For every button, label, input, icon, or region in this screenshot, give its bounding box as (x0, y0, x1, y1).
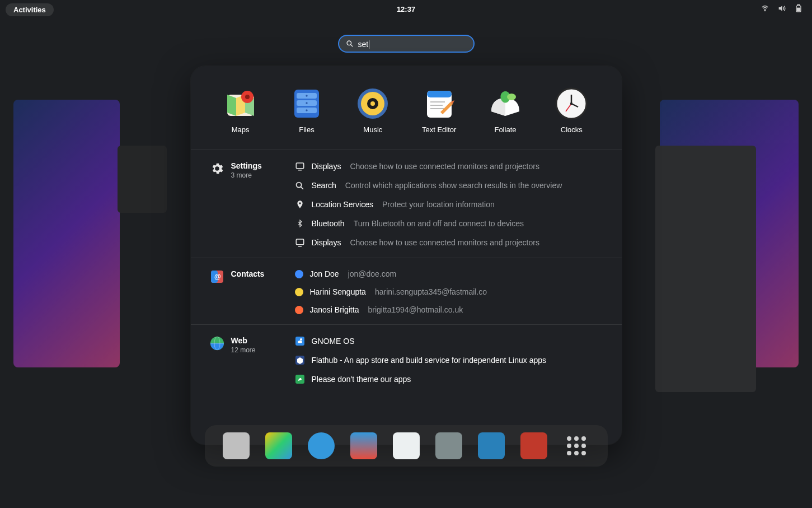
svg-marker-7 (227, 95, 236, 116)
section-settings: Settings 3 more Displays Choose how to u… (191, 150, 622, 258)
app-label: Foliate (494, 125, 516, 134)
svg-point-36 (570, 102, 572, 105)
system-status-area[interactable] (761, 4, 803, 13)
app-result-files[interactable]: Files (278, 86, 336, 134)
provider-more: 12 more (231, 346, 256, 354)
settings-row-location[interactable]: Location Services Protect your location … (295, 199, 605, 209)
svg-point-22 (370, 101, 375, 106)
row-title: Displays (312, 162, 341, 171)
svg-point-18 (306, 109, 307, 111)
svg-text:@: @ (214, 273, 221, 281)
background-window-right[interactable] (660, 100, 799, 367)
dock[interactable] (205, 425, 608, 467)
dock-app-icon[interactable] (308, 432, 335, 459)
row-title: GNOME OS (312, 337, 355, 346)
provider-contacts[interactable]: @ Contacts (210, 269, 281, 314)
dock-app-icon[interactable] (478, 432, 505, 459)
app-results-row: Maps Files Music Text Editor Foliate (191, 66, 622, 150)
svg-rect-24 (427, 91, 452, 97)
app-result-music[interactable]: Music (344, 86, 402, 134)
svg-line-5 (350, 45, 353, 47)
svg-line-40 (301, 187, 303, 189)
svg-point-50 (300, 338, 302, 341)
web-globe-icon (210, 336, 224, 351)
provider-name: Web (231, 336, 256, 345)
dock-app-icon[interactable] (393, 432, 420, 459)
dock-show-apps-icon[interactable] (563, 432, 590, 459)
activities-button[interactable]: Activities (6, 3, 54, 16)
maps-icon (223, 86, 258, 121)
web-row-gnome-os[interactable]: GNOME OS (295, 336, 605, 346)
provider-name: Contacts (231, 269, 265, 278)
svg-rect-37 (296, 163, 304, 169)
search-results-panel: Maps Files Music Text Editor Foliate (191, 66, 622, 445)
location-pin-icon (295, 199, 305, 209)
settings-row-bluetooth[interactable]: Bluetooth Turn Bluetooth on and off and … (295, 218, 605, 229)
provider-name: Settings (231, 161, 262, 170)
row-title: Search (312, 181, 336, 190)
svg-point-30 (507, 94, 516, 100)
row-desc: jon@doe.com (348, 269, 397, 278)
dock-app-icon[interactable] (350, 432, 377, 459)
svg-point-0 (764, 10, 765, 11)
settings-row-displays-2[interactable]: Displays Choose how to use connected mon… (295, 237, 605, 248)
row-title: Flathub - An app store and build service… (312, 356, 547, 365)
dock-app-icon[interactable] (435, 432, 462, 459)
app-label: Clocks (561, 125, 583, 134)
web-row-theme[interactable]: Please don't theme our apps (295, 374, 605, 384)
background-window-left[interactable] (13, 100, 120, 367)
svg-point-17 (306, 102, 307, 104)
dock-app-icon[interactable] (520, 432, 547, 459)
contacts-app-icon: @ (210, 269, 224, 284)
svg-point-16 (306, 95, 307, 96)
dock-app-icon[interactable] (223, 432, 250, 459)
clock[interactable]: 12:37 (397, 5, 415, 13)
row-title: Harini Sengupta (310, 287, 366, 296)
row-title: Displays (312, 238, 341, 247)
row-title: Bluetooth (312, 219, 345, 228)
bluetooth-icon (295, 218, 305, 229)
provider-web[interactable]: Web 12 more (210, 336, 281, 384)
clocks-icon (554, 86, 589, 121)
contact-avatar-dot (295, 270, 303, 278)
row-desc: harini.sengupta345@fastmail.co (375, 287, 487, 296)
row-title: Janosi Brigitta (310, 305, 359, 314)
battery-icon (794, 4, 803, 13)
settings-row-displays[interactable]: Displays Choose how to use connected mon… (295, 161, 605, 171)
favicon-gnome-icon (295, 336, 305, 346)
provider-more: 3 more (231, 171, 262, 179)
dock-app-icon[interactable] (265, 432, 292, 459)
row-desc: Turn Bluetooth on and off and connect to… (354, 219, 524, 228)
text-editor-icon (422, 86, 457, 121)
row-desc: Choose how to use connected monitors and… (350, 162, 539, 171)
search-query-text: set (358, 40, 369, 49)
contact-row-jon-doe[interactable]: Jon Doe jon@doe.com (295, 269, 605, 278)
section-web: Web 12 more GNOME OS Flathub - An app st… (191, 325, 622, 394)
music-icon (355, 86, 390, 121)
app-result-maps[interactable]: Maps (212, 86, 270, 134)
app-label: Text Editor (422, 125, 456, 134)
favicon-theme-icon (295, 374, 305, 384)
top-bar: Activities 12:37 (0, 0, 812, 18)
contact-row-harini[interactable]: Harini Sengupta harini.sengupta345@fastm… (295, 287, 605, 296)
svg-point-39 (296, 182, 301, 187)
monitor-icon (295, 161, 305, 171)
app-result-text-editor[interactable]: Text Editor (410, 86, 468, 134)
search-field[interactable]: set (338, 35, 475, 53)
row-title: Location Services (312, 200, 374, 209)
settings-row-search[interactable]: Search Control which applications show s… (295, 180, 605, 190)
search-icon (295, 180, 305, 190)
favicon-flathub-icon (295, 355, 305, 365)
app-result-clocks[interactable]: Clocks (542, 86, 600, 134)
wifi-icon (761, 4, 769, 13)
app-result-foliate[interactable]: Foliate (476, 86, 534, 134)
settings-gear-icon (210, 161, 224, 176)
web-row-flathub[interactable]: Flathub - An app store and build service… (295, 355, 605, 365)
section-contacts: @ Contacts Jon Doe jon@doe.com Harini Se… (191, 258, 622, 325)
row-title: Jon Doe (310, 269, 339, 278)
foliate-icon (488, 86, 523, 121)
provider-settings[interactable]: Settings 3 more (210, 161, 281, 248)
volume-icon (777, 4, 786, 13)
contact-row-brigitta[interactable]: Janosi Brigitta brigitta1994@hotmail.co.… (295, 305, 605, 314)
monitor-icon (295, 237, 305, 248)
